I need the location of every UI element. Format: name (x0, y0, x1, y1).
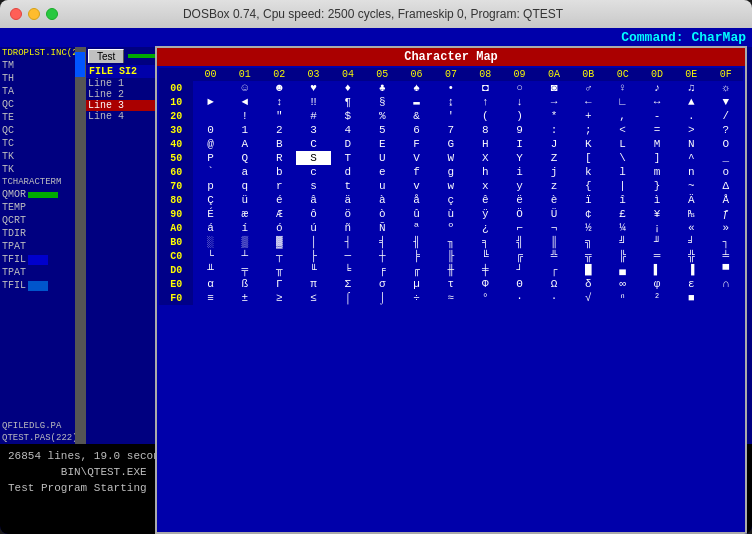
charmap-cell[interactable]: ( (468, 109, 502, 123)
charmap-cell[interactable]: ∩ (709, 277, 744, 291)
sidebar-item[interactable]: TEMP (0, 201, 75, 214)
charmap-cell[interactable]: ö (331, 207, 365, 221)
charmap-cell[interactable]: ¡ (640, 221, 674, 235)
charmap-cell[interactable]: Γ (262, 277, 296, 291)
charmap-cell[interactable]: ≡ (193, 291, 227, 305)
charmap-cell[interactable]: e (365, 165, 399, 179)
charmap-cell[interactable]: ♣ (365, 81, 399, 95)
charmap-cell[interactable]: π (296, 277, 330, 291)
charmap-cell[interactable]: U (365, 151, 399, 165)
charmap-cell[interactable]: Z (537, 151, 571, 165)
charmap-cell[interactable]: α (193, 277, 227, 291)
charmap-cell[interactable]: Q (228, 151, 262, 165)
charmap-cell[interactable]: ═ (640, 249, 674, 263)
charmap-cell[interactable]: ╓ (399, 263, 433, 277)
charmap-cell[interactable]: s (296, 179, 330, 193)
charmap-cell[interactable] (193, 109, 227, 123)
charmap-cell[interactable]: ╞ (399, 249, 433, 263)
charmap-cell[interactable]: g (434, 165, 468, 179)
charmap-cell[interactable]: ² (640, 291, 674, 305)
charmap-cell[interactable]: j (537, 165, 571, 179)
charmap-cell[interactable]: b (262, 165, 296, 179)
charmap-cell[interactable]: ╦ (571, 249, 605, 263)
charmap-cell[interactable]: 9 (502, 123, 536, 137)
charmap-cell[interactable]: 6 (399, 123, 433, 137)
charmap-cell[interactable]: ; (571, 123, 605, 137)
charmap-cell[interactable]: ├ (296, 249, 330, 263)
charmap-cell[interactable]: ¿ (468, 221, 502, 235)
charmap-cell[interactable]: V (399, 151, 433, 165)
charmap-cell[interactable]: · (502, 291, 536, 305)
sidebar-item[interactable]: TCHARACTERM (0, 176, 75, 188)
charmap-cell[interactable]: S (296, 151, 330, 165)
charmap-cell[interactable]: ◙ (537, 81, 571, 95)
charmap-cell[interactable]: ╙ (296, 263, 330, 277)
charmap-cell[interactable]: ╩ (537, 249, 571, 263)
charmap-cell[interactable]: ╨ (193, 263, 227, 277)
charmap-cell[interactable]: ☼ (709, 81, 744, 95)
charmap-cell[interactable]: ┼ (365, 249, 399, 263)
charmap-cell[interactable]: X (468, 151, 502, 165)
charmap-cell[interactable]: â (296, 193, 330, 207)
charmap-cell[interactable]: + (571, 109, 605, 123)
charmap-cell[interactable]: ╖ (434, 235, 468, 249)
charmap-cell[interactable]: Θ (502, 277, 536, 291)
charmap-cell[interactable]: ¶ (331, 95, 365, 109)
charmap-cell[interactable]: Ö (502, 207, 536, 221)
sidebar-item[interactable]: TE (0, 111, 75, 124)
charmap-cell[interactable]: ▼ (709, 95, 744, 109)
charmap-cell[interactable]: å (399, 193, 433, 207)
charmap-cell[interactable]: 7 (434, 123, 468, 137)
charmap-cell[interactable]: ◄ (228, 95, 262, 109)
charmap-cell[interactable]: ╕ (468, 235, 502, 249)
charmap-cell[interactable]: │ (296, 235, 330, 249)
charmap-cell[interactable]: ╟ (434, 249, 468, 263)
sidebar-item[interactable]: TK (0, 163, 75, 176)
charmap-cell[interactable]: G (434, 137, 468, 151)
charmap-cell[interactable]: ♥ (296, 81, 330, 95)
charmap-cell[interactable]: [ (571, 151, 605, 165)
charmap-cell[interactable]: ▬ (399, 95, 433, 109)
charmap-cell[interactable]: É (193, 207, 227, 221)
charmap-cell[interactable]: F (399, 137, 433, 151)
charmap-cell[interactable]: ╫ (434, 263, 468, 277)
charmap-cell[interactable]: 8 (468, 123, 502, 137)
charmap-cell[interactable]: R (262, 151, 296, 165)
charmap-cell[interactable]: A (228, 137, 262, 151)
charmap-cell[interactable]: φ (640, 277, 674, 291)
charmap-cell[interactable]: ↕ (262, 95, 296, 109)
charmap-cell[interactable]: ╜ (640, 235, 674, 249)
charmap-cell[interactable]: ╪ (468, 263, 502, 277)
charmap-cell[interactable]: ╛ (674, 235, 708, 249)
sidebar-bottom-item[interactable]: QFILEDLG.PA (0, 420, 75, 432)
charmap-cell[interactable]: ! (228, 109, 262, 123)
sidebar-item[interactable]: TA (0, 85, 75, 98)
charmap-cell[interactable]: £ (605, 207, 639, 221)
charmap-cell[interactable]: | (605, 179, 639, 193)
charmap-cell[interactable]: ñ (331, 221, 365, 235)
charmap-cell[interactable]: ⌐ (502, 221, 536, 235)
charmap-cell[interactable]: x (468, 179, 502, 193)
charmap-cell[interactable]: ▌ (640, 263, 674, 277)
charmap-cell[interactable]: ¢ (571, 207, 605, 221)
charmap-cell[interactable]: ╔ (502, 249, 536, 263)
sidebar-item[interactable]: TFIL (0, 253, 75, 266)
charmap-cell[interactable]: ¬ (537, 221, 571, 235)
charmap-cell[interactable]: > (674, 123, 708, 137)
charmap-cell[interactable]: ♪ (640, 81, 674, 95)
charmap-cell[interactable]: h (468, 165, 502, 179)
charmap-cell[interactable]: ▄ (605, 263, 639, 277)
charmap-cell[interactable]: d (331, 165, 365, 179)
charmap-cell[interactable]: L (605, 137, 639, 151)
charmap-cell[interactable]: K (571, 137, 605, 151)
charmap-cell[interactable]: H (468, 137, 502, 151)
sidebar-scrollbar[interactable] (75, 47, 85, 444)
charmap-cell[interactable]: Ä (674, 193, 708, 207)
charmap-cell[interactable]: ä (331, 193, 365, 207)
charmap-cell[interactable]: ╬ (674, 249, 708, 263)
sidebar-item[interactable]: QC (0, 124, 75, 137)
charmap-cell[interactable]: ▀ (709, 263, 744, 277)
charmap-cell[interactable]: ♠ (399, 81, 433, 95)
charmap-cell[interactable]: ■ (674, 291, 708, 305)
charmap-cell[interactable]: ○ (502, 81, 536, 95)
